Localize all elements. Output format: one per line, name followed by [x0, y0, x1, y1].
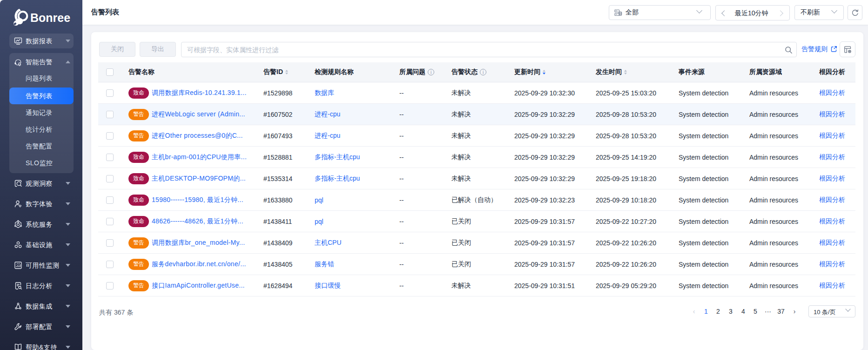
svg-text:Bonree: Bonree — [30, 11, 70, 24]
